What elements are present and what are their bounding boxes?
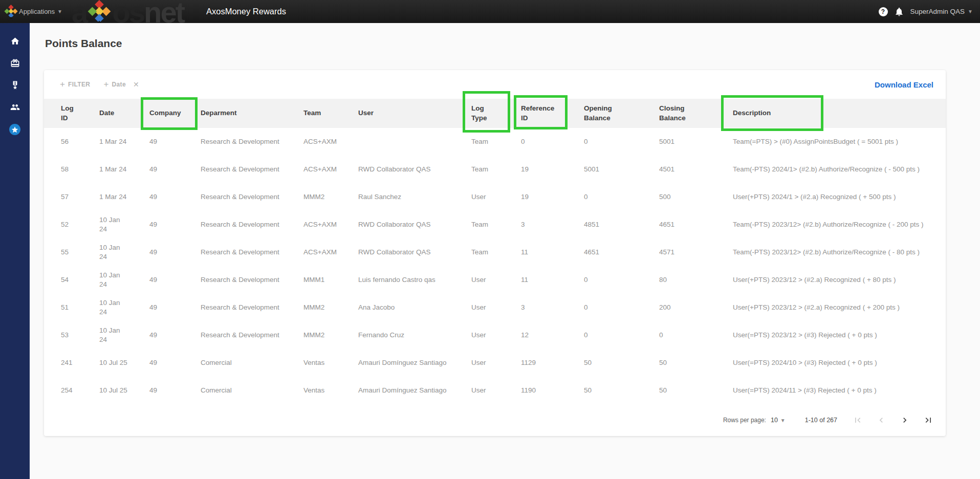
cell-description: User(=PTS) 2024/10 > (#3) Rejected ( + 0… [733,349,946,377]
table-row: 24110 Jul 2549ComercialVentasAmauri Domí… [44,349,946,377]
rows-per-page-label: Rows per page: [723,417,766,424]
cell-log_type: Team [471,238,521,266]
add-filter-button[interactable]: + FILTER [60,79,90,90]
sidebar-item-people[interactable] [0,96,30,118]
table-row: 5510 Jan 2449Research & DevelopmentACS+A… [44,238,946,266]
cell-log_id: 58 [44,156,99,183]
sidebar-item-points[interactable] [0,118,30,140]
cell-date: 10 Jul 25 [99,377,149,404]
cell-deparment: Research & Development [201,156,303,183]
cell-team: Ventas [303,377,358,404]
help-icon[interactable]: ? [879,7,888,16]
cell-user [358,128,471,156]
cell-opening_balance: 5001 [584,156,659,183]
chevron-down-icon: ▼ [780,418,786,423]
last-page-button[interactable] [922,414,934,426]
cell-description: Team(-PTS) 2024/1> (#2.b) Authorize/Reco… [733,156,946,183]
user-menu-label: SuperAdmin QAS [910,8,965,15]
cell-description: Team(-PTS) 2023/12> (#2.b) Authorize/Rec… [733,238,946,266]
axosnet-logo-icon [4,5,18,18]
cell-date: 1 Mar 24 [99,156,149,183]
cell-closing_balance: 4501 [659,156,733,183]
first-page-button[interactable] [852,414,864,426]
download-excel-link[interactable]: Download Excel [875,80,933,89]
cell-date: 10 Jan 24 [99,211,149,238]
cell-user: Raul Sanchez [358,183,471,211]
date-filter-label: Date [112,81,126,88]
brand-part-a: a [72,0,86,23]
table-row: 571 Mar 2449Research & DevelopmentMMM2Ra… [44,183,946,211]
cell-date: 10 Jan 24 [99,294,149,321]
applications-menu[interactable]: Applications ▼ [19,0,62,23]
cell-closing_balance: 5001 [659,128,733,156]
brand-x-icon [88,0,111,23]
cell-user: RWD Collaborator QAS [358,156,471,183]
cell-closing_balance: 50 [659,377,733,404]
cell-team: MMM2 [303,294,358,321]
cell-log_id: 51 [44,294,99,321]
cell-description: User(=PTS) 2023/12 > (#3) Rejected ( + 0… [733,321,946,349]
cell-reference_id: 11 [521,266,584,294]
cell-description: User(+PTS) 2023/12 > (#2.a) Recognized (… [733,294,946,321]
cell-company: 49 [149,128,201,156]
cell-description: User(+PTS) 2024/1 > (#2.a) Recognized ( … [733,183,946,211]
date-filter-chip[interactable]: + Date [103,79,126,90]
cell-opening_balance: 50 [584,349,659,377]
cell-log_type: User [471,294,521,321]
user-menu[interactable]: SuperAdmin QAS ▼ [910,8,973,15]
cell-reference_id: 19 [521,183,584,211]
cell-date: 10 Jan 24 [99,266,149,294]
cell-opening_balance: 0 [584,183,659,211]
chevron-right-icon [900,415,910,425]
cell-company: 49 [149,238,201,266]
rows-per-page-select[interactable]: 10 ▼ [771,417,786,424]
cell-reference_id: 11 [521,238,584,266]
cell-closing_balance: 0 [659,321,733,349]
cell-team: ACS+AXM [303,128,358,156]
medal-icon [10,80,20,90]
cell-description: Team(=PTS) > (#0) AssignPointsBudget ( =… [733,128,946,156]
cell-deparment: Research & Development [201,321,303,349]
cell-log_id: 54 [44,266,99,294]
cell-log_type: Team [471,211,521,238]
sidebar-item-gift[interactable] [0,52,30,74]
page-title: Points Balance [45,37,122,50]
cell-date: 1 Mar 24 [99,183,149,211]
cell-opening_balance: 4651 [584,238,659,266]
cell-log_id: 52 [44,211,99,238]
table-row: 5410 Jan 2449Research & DevelopmentMMM1L… [44,266,946,294]
column-header-log_type: Log Type [471,99,521,128]
pagination-bar: Rows per page: 10 ▼ 1-10 of 267 [44,404,946,436]
cell-log_id: 55 [44,238,99,266]
cell-company: 49 [149,349,201,377]
cell-opening_balance: 0 [584,128,659,156]
notifications-bell-icon[interactable] [894,7,904,17]
cell-closing_balance: 50 [659,349,733,377]
chevron-down-icon: ▼ [57,9,62,14]
clear-filter-icon[interactable]: ✕ [133,80,139,89]
gift-icon [10,58,20,68]
last-page-icon [923,415,933,425]
cell-description: User(=PTS) 2024/11 > (#3) Rejected ( + 0… [733,377,946,404]
table-row: 561 Mar 2449Research & DevelopmentACS+AX… [44,128,946,156]
table-row: 581 Mar 2449Research & DevelopmentACS+AX… [44,156,946,183]
cell-deparment: Research & Development [201,183,303,211]
cell-user: RWD Collaborator QAS [358,211,471,238]
cell-date: 1 Mar 24 [99,128,149,156]
previous-page-button[interactable] [875,414,887,426]
next-page-button[interactable] [899,414,911,426]
sidebar-item-medal[interactable] [0,74,30,96]
cell-reference_id: 1190 [521,377,584,404]
cell-log_id: 57 [44,183,99,211]
cell-reference_id: 1129 [521,349,584,377]
applications-label: Applications [19,8,55,15]
cell-opening_balance: 4851 [584,211,659,238]
cell-closing_balance: 500 [659,183,733,211]
cell-user: RWD Collaborator QAS [358,238,471,266]
cell-team: MMM1 [303,266,358,294]
cell-company: 49 [149,294,201,321]
cell-log_id: 53 [44,321,99,349]
column-header-log_id: Log ID [44,99,99,128]
cell-deparment: Research & Development [201,294,303,321]
sidebar-item-home[interactable] [0,30,30,52]
